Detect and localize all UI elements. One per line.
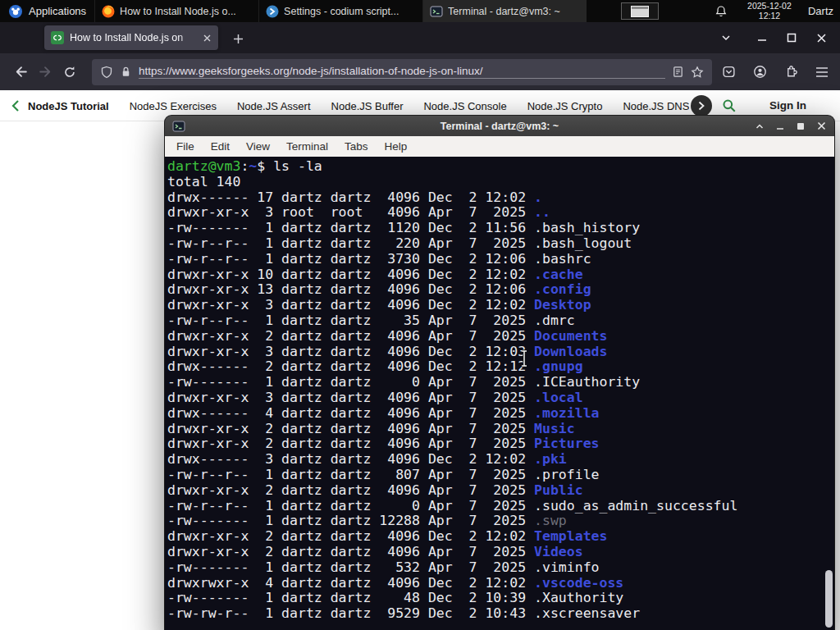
terminal-output[interactable]: dartz@vm3:~$ ls -latotal 140drwx------ 1… — [165, 157, 834, 630]
new-tab-button[interactable] — [228, 29, 248, 48]
taskbar-item-label: Settings - codium script... — [284, 6, 399, 17]
terminal-lines: dartz@vm3:~$ ls -latotal 140drwx------ 1… — [167, 159, 834, 622]
taskbar-item-firefox[interactable]: How to Install Node.js o... — [94, 0, 258, 22]
sign-in-button[interactable]: Sign In — [769, 99, 806, 112]
terminal-menubar: File Edit View Terminal Tabs Help — [165, 136, 834, 157]
account-icon[interactable] — [753, 65, 767, 79]
extensions-icon[interactable] — [784, 65, 798, 79]
nav-item-exercises[interactable]: NodeJS Exercises — [130, 100, 217, 112]
taskbar-item-label: Terminal - dartz@vm3: ~ — [448, 6, 560, 17]
tab-active[interactable]: How to Install Node.js on — [44, 25, 218, 50]
bell-icon — [714, 5, 728, 18]
lock-icon[interactable] — [120, 66, 132, 78]
bookmark-star-icon[interactable] — [691, 66, 704, 79]
list-tabs-icon[interactable] — [721, 33, 731, 43]
reload-button[interactable] — [57, 60, 82, 84]
terminal-window-title: Terminal - dartz@vm3: ~ — [165, 121, 834, 132]
toolbar-right-icons — [722, 65, 829, 79]
forward-icon — [39, 65, 52, 79]
site-search-button[interactable] — [722, 98, 737, 113]
reader-mode-icon[interactable] — [672, 66, 684, 78]
nav-item-tutorial[interactable]: NodeJS Tutorial — [28, 100, 109, 112]
menu-file[interactable]: File — [168, 140, 203, 153]
shield-icon[interactable] — [100, 66, 113, 79]
close-window-icon[interactable] — [816, 121, 827, 131]
terminal-titlebar[interactable]: Terminal - dartz@vm3: ~ — [165, 116, 834, 136]
reload-icon — [63, 66, 76, 79]
menu-terminal[interactable]: Terminal — [278, 140, 336, 153]
clock[interactable]: 2025-12-02 12:12 — [739, 2, 800, 21]
terminal-window: Terminal - dartz@vm3: ~ File Edit View T… — [165, 116, 834, 630]
window-minimize-icon[interactable] — [757, 33, 767, 43]
nav-scroll-left-icon[interactable] — [11, 99, 21, 112]
tab-favicon — [51, 31, 64, 44]
top-panel: Applications How to Install Node.js o...… — [0, 0, 840, 22]
pocket-icon[interactable] — [722, 65, 736, 79]
tab-title: How to Install Node.js on — [70, 32, 197, 43]
workspace-switcher[interactable] — [621, 2, 659, 20]
nav-item-console[interactable]: Node.JS Console — [423, 100, 506, 112]
applications-icon — [8, 4, 23, 19]
user-label: Dartz — [800, 5, 840, 17]
nav-item-dns[interactable]: Node.JS DNS — [623, 100, 689, 112]
terminal-window-icon — [172, 120, 185, 133]
minimize-window-icon[interactable] — [775, 121, 785, 131]
window-maximize-icon[interactable] — [787, 33, 797, 43]
applications-label: Applications — [29, 5, 86, 17]
search-icon — [722, 98, 737, 113]
terminal-scrollbar-thumb[interactable] — [825, 570, 833, 628]
taskbar-item-terminal[interactable]: Terminal - dartz@vm3: ~ — [422, 0, 587, 22]
clock-date: 2025-12-02 — [739, 2, 800, 11]
tab-bar: How to Install Node.js on — [0, 22, 840, 53]
shade-window-icon[interactable] — [755, 121, 765, 131]
forward-button[interactable] — [33, 60, 57, 84]
nav-item-buffer[interactable]: Node.JS Buffer — [331, 100, 404, 112]
menu-view[interactable]: View — [238, 140, 278, 153]
tab-close-icon[interactable] — [203, 34, 212, 43]
window-controls — [721, 22, 840, 53]
menu-edit[interactable]: Edit — [203, 140, 238, 153]
nav-item-crypto[interactable]: Node.JS Crypto — [527, 100, 603, 112]
settings-icon — [266, 5, 279, 18]
taskbar-item-settings[interactable]: Settings - codium script... — [258, 0, 422, 22]
navigation-toolbar: https://www.geeksforgeeks.org/node-js/in… — [0, 53, 840, 90]
back-button[interactable] — [8, 60, 33, 84]
maximize-window-icon[interactable] — [796, 121, 806, 131]
window-close-icon[interactable] — [816, 33, 827, 43]
chevron-right-icon — [697, 101, 705, 111]
terminal-window-controls — [755, 121, 827, 131]
notifications-button[interactable] — [714, 5, 728, 18]
applications-menu-button[interactable]: Applications — [0, 0, 94, 22]
terminal-icon — [430, 5, 443, 18]
firefox-icon — [102, 5, 115, 18]
back-icon — [14, 65, 28, 79]
menu-tabs[interactable]: Tabs — [336, 140, 377, 153]
workspace-window-thumbnail — [631, 6, 649, 17]
menu-help[interactable]: Help — [377, 140, 416, 153]
plus-icon — [233, 34, 244, 44]
clock-time: 12:12 — [739, 11, 800, 21]
nav-item-assert[interactable]: Node.JS Assert — [237, 100, 311, 112]
url-text[interactable]: https://www.geeksforgeeks.org/node-js/in… — [139, 65, 665, 79]
menu-hamburger-icon[interactable] — [815, 66, 829, 78]
url-bar[interactable]: https://www.geeksforgeeks.org/node-js/in… — [92, 59, 712, 85]
taskbar-item-label: How to Install Node.js o... — [120, 6, 236, 17]
nav-scroll-right-button[interactable] — [691, 95, 712, 116]
